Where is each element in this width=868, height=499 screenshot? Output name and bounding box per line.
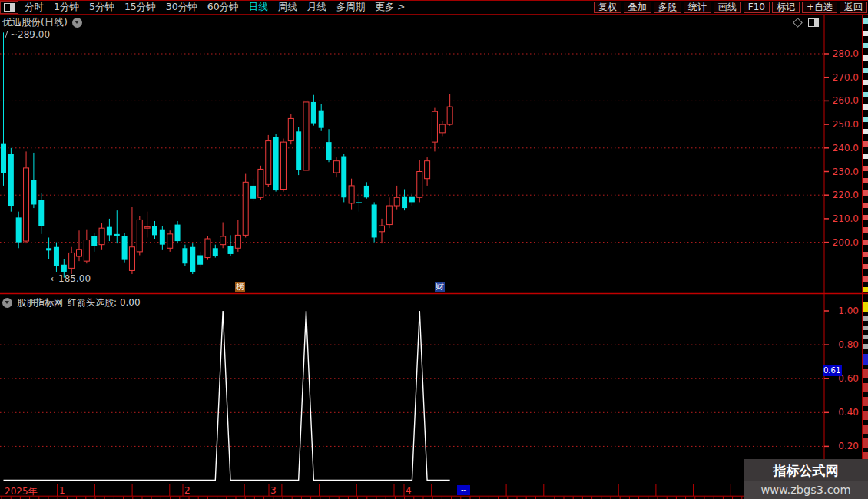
price-axis-label: 240.0 [825, 143, 859, 154]
stock-title: 优迅股份(日线) [2, 16, 68, 29]
indicator-name: 红箭头选股: [68, 297, 117, 308]
window-layout-icon [4, 3, 15, 12]
mini-strip-mark [863, 397, 868, 406]
mini-strip-mark [863, 326, 868, 330]
price-axis-label: 200.0 [825, 237, 859, 248]
toolbar-button-F10[interactable]: F10 [744, 2, 770, 13]
mini-overview-strip[interactable] [862, 15, 868, 496]
price-axis-label: 270.0 [825, 72, 859, 83]
indicator-axis-label: 0.20 [825, 441, 859, 451]
chevron-down-icon[interactable] [72, 18, 82, 28]
mini-strip-mark [863, 141, 868, 147]
toolbar-buttons: 复权叠加多股统计画线F10标记+自选返回 [594, 2, 868, 13]
toolbar-button-叠加[interactable]: 叠加 [624, 2, 651, 13]
mini-strip-mark [863, 80, 868, 85]
mini-strip-mark [863, 438, 868, 448]
mini-strip-mark [863, 43, 868, 48]
x-axis-year-label: 2025年 [5, 485, 38, 498]
toolbar-button-返回[interactable]: 返回 [840, 2, 867, 13]
mini-strip-mark [863, 154, 868, 159]
mini-strip-mark [863, 240, 868, 245]
price-axis-label: 220.0 [825, 190, 859, 200]
mini-strip-mark [863, 344, 868, 349]
x-axis-position-marker: -- [457, 485, 470, 495]
mini-strip-mark [863, 166, 868, 171]
mini-strip-mark [863, 425, 868, 434]
toolbar-button-画线[interactable]: 画线 [714, 2, 741, 13]
mini-strip-mark [863, 203, 868, 208]
mini-strip-mark [863, 287, 868, 292]
period-tab-日线[interactable]: 日线 [249, 1, 268, 14]
indicator-current-value-badge: 0.61 [823, 365, 842, 376]
mini-strip-mark [863, 369, 868, 378]
mini-strip-mark [863, 227, 868, 233]
price-axis-label: 260.0 [825, 95, 859, 106]
mini-strip-mark [863, 129, 868, 134]
period-tab-30分钟[interactable]: 30分钟 [166, 1, 197, 14]
indicator-axis-label: 1.00 [825, 306, 859, 316]
watermark: 指标公式网 www.zbgs3.com [744, 459, 868, 499]
indicator-axis-label: 0.80 [825, 339, 859, 350]
period-tab-多周期[interactable]: 多周期 [336, 1, 366, 14]
high-price-label: ~289.00 [6, 29, 50, 40]
period-tab-更多 >[interactable]: 更多 > [375, 1, 405, 14]
period-tab-60分钟[interactable]: 60分钟 [207, 1, 239, 14]
chevron-down-icon[interactable] [2, 298, 12, 308]
mini-strip-mark [863, 264, 868, 269]
mini-strip-mark [863, 68, 868, 73]
watermark-title: 指标公式网 [744, 459, 868, 481]
toolbar-button-+自选[interactable]: +自选 [802, 2, 837, 13]
period-tab-月线[interactable]: 月线 [307, 1, 326, 14]
period-toolbar: 分时1分钟5分钟15分钟30分钟60分钟日线周线月线多周期更多 > 复权叠加多股… [0, 0, 868, 15]
x-axis-month-label: 4 [406, 485, 412, 496]
period-tabs: 分时1分钟5分钟15分钟30分钟60分钟日线周线月线多周期更多 > [22, 1, 406, 14]
price-axis-label: 280.0 [825, 48, 859, 59]
mini-strip-mark [863, 276, 868, 282]
x-axis-month-label: 2 [184, 485, 190, 496]
toolbar-button-多股[interactable]: 多股 [654, 2, 681, 13]
period-tab-5分钟[interactable]: 5分钟 [89, 1, 114, 14]
mini-strip-mark [863, 18, 868, 24]
period-tab-1分钟[interactable]: 1分钟 [54, 1, 79, 14]
period-tab-分时[interactable]: 分时 [25, 1, 44, 14]
indicator-source: 股朋指标网 [17, 296, 63, 309]
news-badge[interactable]: 榜 [235, 282, 245, 292]
mini-strip-mark [863, 92, 868, 97]
toolbar-button-标记[interactable]: 标记 [772, 2, 800, 13]
mini-strip-mark [863, 335, 868, 339]
mini-strip-mark [863, 316, 868, 321]
price-axis-label: 210.0 [825, 213, 859, 224]
mini-strip-mark [863, 383, 868, 392]
mini-strip-mark [863, 302, 868, 312]
layout-toggle-button[interactable] [0, 1, 18, 14]
mini-strip-mark [863, 31, 868, 36]
period-tab-周线[interactable]: 周线 [278, 1, 297, 14]
watermark-url: www.zbgs3.com [744, 481, 868, 499]
mini-strip-mark [863, 215, 868, 220]
indicator-value: 0.00 [120, 297, 141, 308]
mini-strip-mark [863, 411, 868, 420]
mini-strip-mark [863, 104, 868, 110]
price-axis-label: 250.0 [825, 119, 859, 130]
period-tab-15分钟[interactable]: 15分钟 [124, 1, 156, 14]
low-price-label: ←185.00 [51, 273, 91, 284]
mini-strip-mark [863, 252, 868, 257]
indicator-header: 股朋指标网 红箭头选股: 0.00 [2, 296, 141, 309]
mini-strip-mark [863, 354, 868, 365]
trading-app-window: 分时1分钟5分钟15分钟30分钟60分钟日线周线月线多周期更多 > 复权叠加多股… [0, 0, 868, 499]
chart-plot-area[interactable] [0, 0, 868, 499]
x-axis-month-label: 1 [59, 485, 65, 496]
toolbar-button-复权[interactable]: 复权 [594, 2, 621, 13]
indicator-axis-label: 0.40 [825, 407, 859, 418]
x-axis-month-label: 3 [270, 485, 277, 496]
diamond-mark-icon[interactable] [793, 18, 803, 28]
mini-strip-mark [863, 190, 868, 196]
price-axis-label: 230.0 [825, 167, 859, 177]
maximize-panel-icon[interactable] [808, 18, 819, 27]
main-chart-header: 优迅股份(日线) [2, 16, 82, 29]
mini-strip-mark [863, 178, 868, 183]
news-badge[interactable]: 财 [435, 282, 445, 292]
toolbar-button-统计[interactable]: 统计 [684, 2, 711, 13]
mini-strip-mark [863, 55, 868, 61]
mini-strip-mark [863, 117, 868, 122]
